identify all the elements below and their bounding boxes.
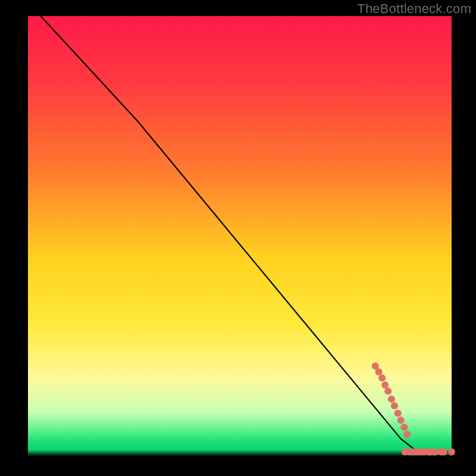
- scatter-point: [440, 449, 447, 456]
- scatter-point: [388, 396, 395, 403]
- scatter-point: [384, 388, 392, 395]
- scatter-point: [394, 410, 402, 417]
- scatter-point: [378, 374, 386, 381]
- scatter-point: [381, 381, 389, 389]
- scatter-point: [403, 431, 411, 438]
- scatter-point: [397, 416, 405, 424]
- watermark-text: TheBottleneck.com: [357, 1, 471, 17]
- chart-frame: TheBottleneck.com: [0, 0, 476, 476]
- scatter-point: [448, 449, 455, 456]
- scatter-point: [400, 424, 408, 431]
- bottleneck-chart: [0, 0, 476, 476]
- scatter-point: [391, 402, 398, 409]
- scatter-point: [375, 368, 383, 375]
